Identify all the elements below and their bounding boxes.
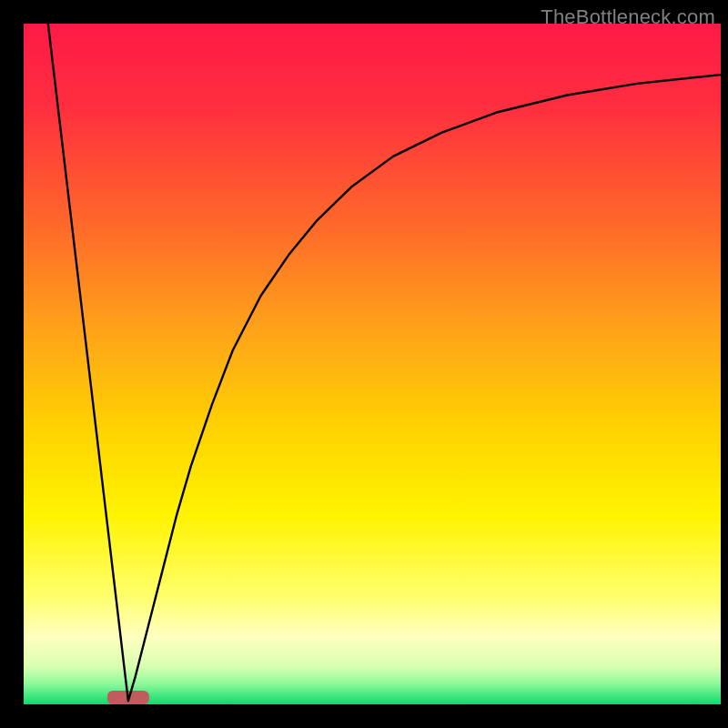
watermark-text: TheBottleneck.com bbox=[541, 5, 715, 29]
bottleneck-chart bbox=[0, 0, 728, 728]
plot-background bbox=[24, 24, 721, 704]
chart-container: TheBottleneck.com bbox=[0, 0, 728, 728]
